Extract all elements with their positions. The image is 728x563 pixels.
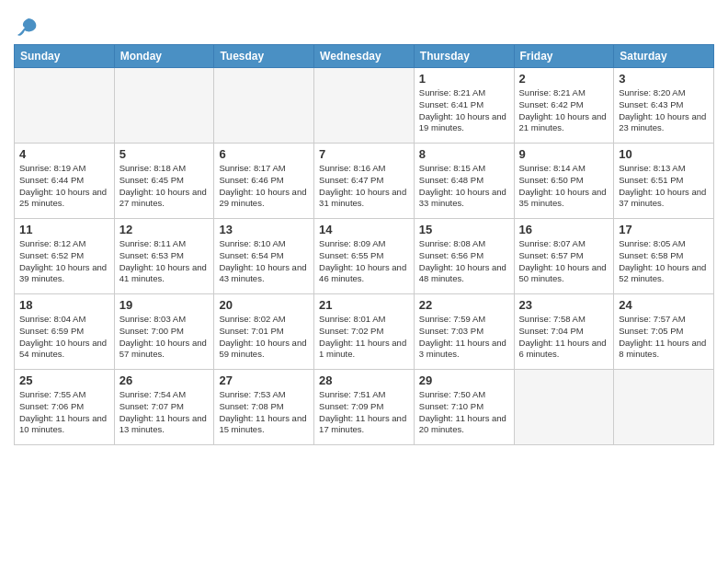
calendar-cell	[314, 68, 415, 144]
calendar-cell: 5Sunrise: 8:18 AMSunset: 6:45 PMDaylight…	[114, 144, 214, 219]
calendar-cell: 26Sunrise: 7:54 AMSunset: 7:07 PMDayligh…	[114, 370, 214, 445]
calendar-cell: 15Sunrise: 8:08 AMSunset: 6:56 PMDayligh…	[414, 219, 514, 294]
day-number: 15	[419, 223, 509, 236]
day-number: 27	[219, 373, 309, 387]
day-number: 5	[119, 147, 210, 161]
calendar-cell: 19Sunrise: 8:03 AMSunset: 7:00 PMDayligh…	[114, 294, 214, 370]
calendar-cell: 20Sunrise: 8:02 AMSunset: 7:01 PMDayligh…	[214, 294, 314, 370]
day-info: Sunrise: 8:13 AMSunset: 6:51 PMDaylight:…	[619, 163, 709, 210]
day-number: 20	[219, 298, 309, 312]
day-number: 17	[619, 223, 709, 236]
day-number: 24	[619, 298, 709, 312]
day-info: Sunrise: 8:12 AMSunset: 6:52 PMDaylight:…	[19, 238, 109, 285]
day-info: Sunrise: 7:59 AMSunset: 7:03 PMDaylight:…	[419, 314, 509, 361]
week-row-5: 25Sunrise: 7:55 AMSunset: 7:06 PMDayligh…	[15, 370, 714, 445]
day-info: Sunrise: 8:21 AMSunset: 6:41 PMDaylight:…	[419, 87, 509, 134]
day-number: 23	[519, 298, 609, 312]
day-number: 4	[19, 147, 109, 161]
calendar-cell: 28Sunrise: 7:51 AMSunset: 7:09 PMDayligh…	[314, 370, 415, 445]
calendar-cell: 7Sunrise: 8:16 AMSunset: 6:47 PMDaylight…	[314, 144, 415, 219]
calendar-body: 1Sunrise: 8:21 AMSunset: 6:41 PMDaylight…	[15, 68, 714, 445]
day-info: Sunrise: 7:58 AMSunset: 7:04 PMDaylight:…	[519, 314, 609, 361]
calendar-cell: 9Sunrise: 8:14 AMSunset: 6:50 PMDaylight…	[514, 144, 614, 219]
calendar-cell	[114, 68, 214, 144]
calendar-cell: 23Sunrise: 7:58 AMSunset: 7:04 PMDayligh…	[514, 294, 614, 370]
weekday-header-wednesday: Wednesday	[314, 45, 415, 68]
logo-bird-icon	[16, 15, 41, 40]
day-number: 1	[419, 72, 509, 86]
day-info: Sunrise: 8:02 AMSunset: 7:01 PMDaylight:…	[219, 314, 309, 361]
day-number: 26	[119, 373, 210, 387]
day-number: 2	[519, 72, 609, 86]
day-info: Sunrise: 8:04 AMSunset: 6:59 PMDaylight:…	[19, 314, 109, 361]
header	[14, 9, 714, 40]
day-info: Sunrise: 8:16 AMSunset: 6:47 PMDaylight:…	[319, 163, 409, 210]
logo-text	[14, 15, 41, 40]
day-number: 21	[319, 298, 409, 312]
day-info: Sunrise: 8:15 AMSunset: 6:48 PMDaylight:…	[419, 163, 509, 210]
day-info: Sunrise: 8:08 AMSunset: 6:56 PMDaylight:…	[419, 238, 509, 285]
day-number: 14	[319, 223, 409, 236]
weekday-header-friday: Friday	[514, 45, 614, 68]
day-info: Sunrise: 7:54 AMSunset: 7:07 PMDaylight:…	[119, 389, 210, 436]
day-info: Sunrise: 8:03 AMSunset: 7:00 PMDaylight:…	[119, 314, 210, 361]
calendar-cell: 4Sunrise: 8:19 AMSunset: 6:44 PMDaylight…	[15, 144, 115, 219]
day-number: 25	[19, 373, 109, 387]
calendar-cell: 8Sunrise: 8:15 AMSunset: 6:48 PMDaylight…	[414, 144, 514, 219]
day-number: 18	[19, 298, 109, 312]
day-info: Sunrise: 8:14 AMSunset: 6:50 PMDaylight:…	[519, 163, 609, 210]
day-number: 10	[619, 147, 709, 161]
calendar-cell: 2Sunrise: 8:21 AMSunset: 6:42 PMDaylight…	[514, 68, 614, 144]
day-number: 9	[519, 147, 609, 161]
day-info: Sunrise: 8:19 AMSunset: 6:44 PMDaylight:…	[19, 163, 109, 210]
calendar-cell	[214, 68, 314, 144]
day-number: 22	[419, 298, 509, 312]
calendar-cell: 6Sunrise: 8:17 AMSunset: 6:46 PMDaylight…	[214, 144, 314, 219]
day-number: 8	[419, 147, 509, 161]
weekday-header-row: SundayMondayTuesdayWednesdayThursdayFrid…	[15, 45, 714, 68]
day-number: 12	[119, 223, 210, 236]
calendar-cell: 3Sunrise: 8:20 AMSunset: 6:43 PMDaylight…	[614, 68, 714, 144]
day-number: 16	[519, 223, 609, 236]
calendar-cell: 10Sunrise: 8:13 AMSunset: 6:51 PMDayligh…	[614, 144, 714, 219]
day-number: 28	[319, 373, 409, 387]
calendar-table: SundayMondayTuesdayWednesdayThursdayFrid…	[14, 44, 714, 445]
day-number: 29	[419, 373, 509, 387]
calendar-cell	[614, 370, 714, 445]
day-info: Sunrise: 8:07 AMSunset: 6:57 PMDaylight:…	[519, 238, 609, 285]
calendar-cell: 27Sunrise: 7:53 AMSunset: 7:08 PMDayligh…	[214, 370, 314, 445]
calendar-cell: 12Sunrise: 8:11 AMSunset: 6:53 PMDayligh…	[114, 219, 214, 294]
day-info: Sunrise: 7:55 AMSunset: 7:06 PMDaylight:…	[19, 389, 109, 436]
day-info: Sunrise: 8:10 AMSunset: 6:54 PMDaylight:…	[219, 238, 309, 285]
weekday-header-sunday: Sunday	[15, 45, 115, 68]
calendar-cell: 21Sunrise: 8:01 AMSunset: 7:02 PMDayligh…	[314, 294, 415, 370]
day-number: 3	[619, 72, 709, 86]
weekday-header-tuesday: Tuesday	[214, 45, 314, 68]
day-info: Sunrise: 8:21 AMSunset: 6:42 PMDaylight:…	[519, 87, 609, 134]
weekday-header-monday: Monday	[114, 45, 214, 68]
day-info: Sunrise: 8:20 AMSunset: 6:43 PMDaylight:…	[619, 87, 709, 134]
calendar-cell: 29Sunrise: 7:50 AMSunset: 7:10 PMDayligh…	[414, 370, 514, 445]
day-info: Sunrise: 8:05 AMSunset: 6:58 PMDaylight:…	[619, 238, 709, 285]
day-info: Sunrise: 7:51 AMSunset: 7:09 PMDaylight:…	[319, 389, 409, 436]
day-number: 11	[19, 223, 109, 236]
calendar-cell: 22Sunrise: 7:59 AMSunset: 7:03 PMDayligh…	[414, 294, 514, 370]
calendar-cell	[514, 370, 614, 445]
day-info: Sunrise: 8:18 AMSunset: 6:45 PMDaylight:…	[119, 163, 210, 210]
week-row-3: 11Sunrise: 8:12 AMSunset: 6:52 PMDayligh…	[15, 219, 714, 294]
calendar-cell: 24Sunrise: 7:57 AMSunset: 7:05 PMDayligh…	[614, 294, 714, 370]
week-row-2: 4Sunrise: 8:19 AMSunset: 6:44 PMDaylight…	[15, 144, 714, 219]
calendar-cell: 1Sunrise: 8:21 AMSunset: 6:41 PMDaylight…	[414, 68, 514, 144]
calendar-cell: 13Sunrise: 8:10 AMSunset: 6:54 PMDayligh…	[214, 219, 314, 294]
calendar-cell: 18Sunrise: 8:04 AMSunset: 6:59 PMDayligh…	[15, 294, 115, 370]
weekday-header-thursday: Thursday	[414, 45, 514, 68]
calendar-cell: 25Sunrise: 7:55 AMSunset: 7:06 PMDayligh…	[15, 370, 115, 445]
day-number: 13	[219, 223, 309, 236]
calendar-cell	[15, 68, 115, 144]
calendar-cell: 17Sunrise: 8:05 AMSunset: 6:58 PMDayligh…	[614, 219, 714, 294]
week-row-4: 18Sunrise: 8:04 AMSunset: 6:59 PMDayligh…	[15, 294, 714, 370]
day-info: Sunrise: 8:01 AMSunset: 7:02 PMDaylight:…	[319, 314, 409, 361]
day-info: Sunrise: 7:53 AMSunset: 7:08 PMDaylight:…	[219, 389, 309, 436]
day-info: Sunrise: 8:09 AMSunset: 6:55 PMDaylight:…	[319, 238, 409, 285]
week-row-1: 1Sunrise: 8:21 AMSunset: 6:41 PMDaylight…	[15, 68, 714, 144]
